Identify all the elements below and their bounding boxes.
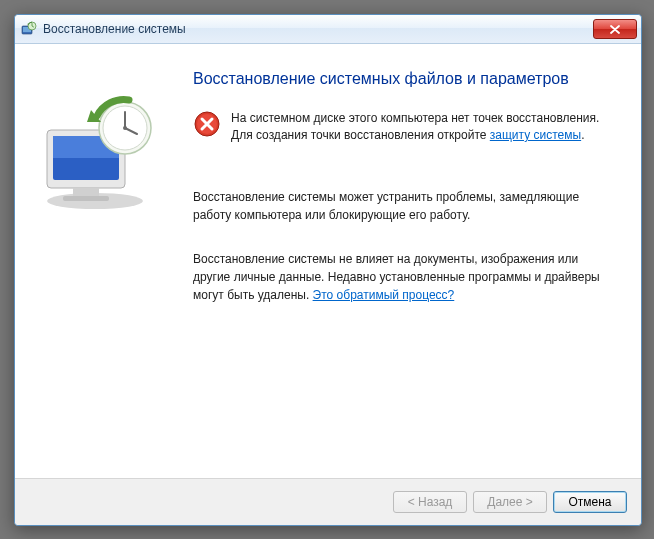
button-bar: < Назад Далее > Отмена — [15, 478, 641, 525]
cancel-button[interactable]: Отмена — [553, 491, 627, 513]
next-button: Далее > — [473, 491, 547, 513]
dialog-window: Восстановление системы — [14, 14, 642, 526]
error-icon — [193, 110, 221, 138]
svg-rect-9 — [63, 196, 109, 201]
error-text-post: . — [581, 128, 584, 142]
titlebar: Восстановление системы — [15, 15, 641, 44]
content-area: Восстановление системных файлов и параме… — [15, 44, 641, 478]
system-restore-icon — [21, 21, 37, 37]
svg-point-14 — [123, 126, 127, 130]
page-heading: Восстановление системных файлов и параме… — [193, 70, 619, 88]
system-protection-link[interactable]: защиту системы — [490, 128, 581, 142]
back-button: < Назад — [393, 491, 467, 513]
window-title: Восстановление системы — [43, 22, 593, 36]
reversible-link[interactable]: Это обратимый процесс? — [313, 288, 455, 302]
svg-rect-8 — [73, 188, 99, 196]
close-icon — [610, 25, 620, 34]
close-button[interactable] — [593, 19, 637, 39]
paragraph-1: Восстановление системы может устранить п… — [193, 188, 609, 224]
graphic-column — [37, 62, 187, 478]
error-message: На системном диске этого компьютера нет … — [231, 110, 609, 144]
paragraph-2: Восстановление системы не влияет на доку… — [193, 250, 609, 304]
error-block: На системном диске этого компьютера нет … — [193, 110, 619, 144]
system-restore-graphic — [37, 96, 167, 216]
text-column: Восстановление системных файлов и параме… — [187, 62, 619, 478]
